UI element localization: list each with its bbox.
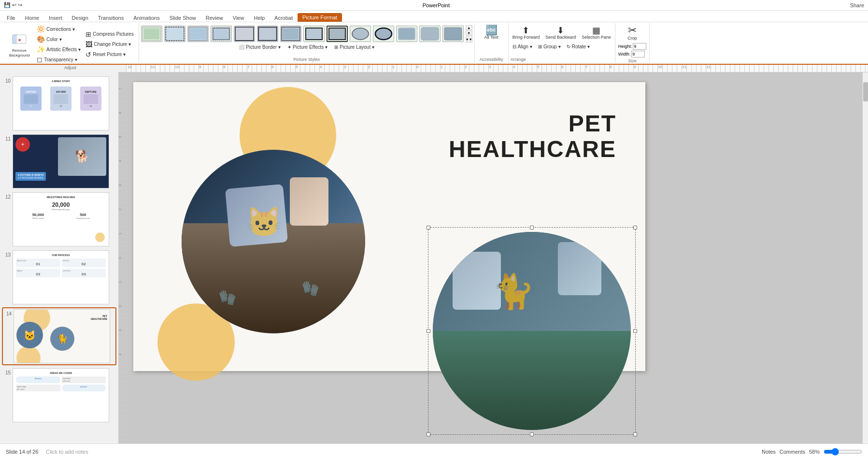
vertical-scrollbar[interactable] (862, 72, 868, 444)
transparency-button[interactable]: ◻ Transparency ▾ (35, 55, 83, 64)
slide-item-15[interactable]: 15 AREAS WE COVER AREA A JUPITERInfo her… (2, 367, 116, 423)
handle-bc[interactable] (530, 432, 534, 436)
notes-button[interactable]: Notes (762, 449, 776, 455)
remove-background-button[interactable]: ✕ Remove Background (5, 30, 34, 58)
tab-transitions[interactable]: Transitions (93, 14, 128, 22)
svg-rect-16 (306, 29, 322, 39)
slide-title[interactable]: PET HEALTHCARE (449, 111, 616, 162)
picture-border-icon: ⬜ (239, 44, 244, 50)
slide-thumb-13[interactable]: OUR PROCESS MERCURY 01 VENUS 02 MARS 03 (13, 250, 109, 304)
picture-styles-label: Picture Styles (293, 56, 320, 62)
handle-tl[interactable] (427, 226, 430, 230)
style-thumb-10[interactable] (350, 26, 371, 42)
style-thumb-9[interactable] (327, 26, 348, 42)
crop-button[interactable]: ✂ Crop (622, 24, 643, 42)
style-thumb-6[interactable] (257, 26, 278, 42)
comments-button[interactable]: Comments (780, 449, 805, 455)
photo-circle-right[interactable]: 🐈 🧤 🧤 (433, 232, 631, 430)
style-thumb-1[interactable] (141, 26, 162, 42)
ribbon-group-adjust: ✕ Remove Background 🔆 Corrections ▾ 🎨 Co… (2, 23, 139, 63)
selection-pane-button[interactable]: ▦ Selection Pane (580, 25, 613, 41)
tab-picture-format[interactable]: Picture Format (298, 13, 342, 22)
slide-thumb-15[interactable]: AREAS WE COVER AREA A JUPITERInfo here N… (13, 368, 109, 422)
slide-item-13[interactable]: 13 OUR PROCESS MERCURY 01 VENUS 02 (2, 249, 116, 305)
width-input[interactable] (631, 51, 645, 57)
style-thumb-11[interactable] (373, 26, 394, 42)
style-thumb-5[interactable] (234, 26, 255, 42)
tab-slideshow[interactable]: Slide Show (165, 14, 201, 22)
style-scroll-more[interactable]: ▼▼ (466, 36, 472, 43)
slide-item-12[interactable]: 12 MILESTONES REACHED 20,000 Pets treate… (2, 191, 116, 247)
style-thumb-3[interactable] (187, 26, 209, 42)
svg-point-20 (375, 28, 392, 40)
tab-animations[interactable]: Animations (128, 14, 164, 22)
width-row: Width: (618, 51, 647, 57)
main-area: 10 A BRIEF STORY JUPITER 01 SATURN 02 (0, 72, 868, 444)
send-backward-label: Send Backward (545, 35, 576, 40)
handle-br[interactable] (633, 432, 637, 436)
style-thumb-7[interactable] (280, 26, 301, 42)
svg-point-19 (352, 28, 369, 40)
corrections-button[interactable]: 🔆 Corrections ▾ (35, 24, 83, 34)
style-thumb-12[interactable] (396, 26, 417, 42)
handle-ml[interactable] (427, 329, 430, 333)
tab-home[interactable]: Home (20, 14, 44, 22)
send-backward-button[interactable]: ⬇ Send Backward (543, 25, 578, 41)
picture-effects-button[interactable]: ✦ Picture Effects ▾ (285, 43, 329, 51)
svg-rect-23 (421, 27, 439, 41)
slide-item-11[interactable]: 11 🐕 A PICTURE IS WORTH A THOUSAND WORDS… (2, 133, 116, 189)
style-thumb-14[interactable] (442, 26, 464, 42)
ribbon-group-size: ✂ Crop Height: Width: Size (615, 23, 650, 63)
tab-acrobat[interactable]: Acrobat (270, 14, 298, 22)
color-button[interactable]: 🎨 Color ▾ (35, 34, 83, 44)
slide-thumb-11[interactable]: 🐕 A PICTURE IS WORTH A THOUSAND WORDS + (13, 134, 109, 188)
adjust-content: ✕ Remove Background 🔆 Corrections ▾ 🎨 Co… (5, 24, 136, 64)
reset-picture-button[interactable]: ↺ Reset Picture ▾ (84, 50, 135, 59)
size-label: Size (628, 57, 637, 63)
change-picture-button[interactable]: 🖼 Change Picture ▾ (84, 40, 135, 49)
group-button[interactable]: ⊞ Group ▾ (536, 43, 563, 50)
slide-thumb-10[interactable]: A BRIEF STORY JUPITER 01 SATURN 02 (13, 76, 109, 130)
tab-design[interactable]: Design (67, 14, 93, 22)
rotate-icon: ↻ (567, 44, 570, 49)
artistic-effects-button[interactable]: ✨ Artistic Effects ▾ (35, 44, 83, 54)
scrollbar-thumb[interactable] (863, 82, 868, 101)
tab-review[interactable]: Review (201, 14, 228, 22)
bring-forward-button[interactable]: ⬆ Bring Forward (511, 25, 542, 41)
photo-circle-left[interactable]: 🐱 🧤 🧤 (182, 150, 365, 333)
align-button[interactable]: ⊟ Align ▾ (511, 43, 534, 50)
handle-tr[interactable] (633, 226, 637, 230)
slide-item-14[interactable]: 14 PET HEALTHCARE 🐱 🐈 (2, 307, 116, 365)
tab-view[interactable]: View (228, 14, 249, 22)
picture-layout-button[interactable]: ⊞ Picture Layout ▾ (332, 43, 376, 51)
handle-bl[interactable] (427, 432, 430, 436)
style-thumb-13[interactable] (419, 26, 441, 42)
share-btn[interactable]: Share (850, 2, 864, 8)
rotate-button[interactable]: ↻ Rotate ▾ (565, 43, 592, 50)
slide-canvas[interactable]: PET HEALTHCARE 🐱 🧤 🧤 (133, 82, 645, 371)
canvas-area[interactable]: 7 6 5 4 3 2 1 0 1 2 3 4 PET HEALTHCARE (119, 72, 868, 444)
style-scroll-up[interactable]: ▲ (466, 25, 472, 30)
transparency-icon: ◻ (37, 56, 43, 63)
tab-help[interactable]: Help (249, 14, 270, 22)
style-thumb-8[interactable] (303, 26, 325, 42)
handle-tc[interactable] (530, 226, 534, 230)
style-thumb-4[interactable] (211, 26, 232, 42)
alt-text-button[interactable]: 🔤 Alt Text (479, 24, 503, 41)
slide-thumb-14[interactable]: PET HEALTHCARE 🐱 🐈 (14, 309, 110, 363)
slide-num-14: 14 (4, 309, 12, 316)
compress-pictures-button[interactable]: ⊞ Compress Pictures (84, 29, 135, 39)
slide-item-10[interactable]: 10 A BRIEF STORY JUPITER 01 SATURN 02 (2, 75, 116, 131)
style-thumb-2[interactable] (164, 26, 185, 42)
picture-border-button[interactable]: ⬜ Picture Border ▾ (237, 43, 283, 51)
photo-circle-right-container[interactable]: 🐈 🧤 🧤 (428, 227, 636, 435)
tab-file[interactable]: File (2, 14, 20, 22)
slide-thumb-12[interactable]: MILESTONES REACHED 20,000 Pets treated t… (13, 192, 109, 246)
thumb-12-title: MILESTONES REACHED (16, 196, 106, 199)
tab-insert[interactable]: Insert (44, 14, 67, 22)
crop-label: Crop (627, 36, 637, 41)
height-input[interactable] (633, 43, 646, 50)
zoom-slider[interactable] (824, 448, 862, 456)
handle-mr[interactable] (633, 329, 637, 333)
style-scroll-down[interactable]: ▼ (466, 30, 472, 35)
